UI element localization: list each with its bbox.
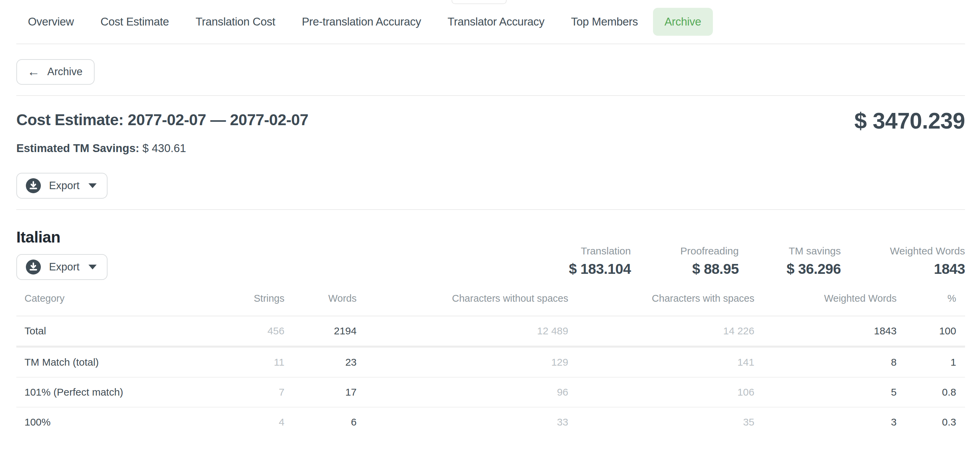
tab-translation-cost[interactable]: Translation Cost xyxy=(184,8,287,36)
language-title: Italian xyxy=(16,228,965,247)
stat-label: TM savings xyxy=(739,245,841,257)
stat-label: Weighted Words xyxy=(841,245,965,257)
cell-chars-without-spaces: 12 489 xyxy=(356,316,568,347)
tab-pre-translation-accuracy[interactable]: Pre-translation Accuracy xyxy=(290,8,433,36)
download-icon xyxy=(26,260,41,274)
language-stats: Translation $ 183.104 Proofreading $ 88.… xyxy=(522,245,965,277)
language-section: Italian Translation $ 183.104 Proofreadi… xyxy=(16,210,965,280)
total-cost-amount: $ 3470.239 xyxy=(854,109,965,132)
cell-percent: 100 xyxy=(897,316,965,347)
caret-down-icon xyxy=(89,265,97,270)
export-language-button[interactable]: Export xyxy=(16,254,108,280)
cell-words: 23 xyxy=(285,347,356,377)
tm-savings-line: Estimated TM Savings: $ 430.61 xyxy=(16,141,965,156)
cell-chars-with-spaces: 141 xyxy=(568,347,754,377)
cell-weighted-words: 8 xyxy=(754,347,897,377)
divider xyxy=(16,95,965,96)
table-row: 101% (Perfect match) 7 17 96 106 5 0.8 xyxy=(16,377,965,407)
cell-weighted-words: 3 xyxy=(754,407,897,437)
column-header-category: Category xyxy=(16,293,221,316)
cell-weighted-words: 5 xyxy=(754,377,897,407)
stat-value: $ 88.95 xyxy=(631,261,739,277)
tab-cost-estimate[interactable]: Cost Estimate xyxy=(89,8,181,36)
column-header-percent: % xyxy=(897,293,965,316)
report-tabs: Overview Cost Estimate Translation Cost … xyxy=(16,0,965,44)
tm-savings-label: Estimated TM Savings: xyxy=(16,142,139,154)
stat-label: Proofreading xyxy=(631,245,739,257)
cell-strings: 11 xyxy=(221,347,285,377)
tab-archive[interactable]: Archive xyxy=(653,8,713,36)
column-header-words: Words xyxy=(285,293,356,316)
tab-translator-accuracy[interactable]: Translator Accuracy xyxy=(436,8,556,36)
stat-value: $ 36.296 xyxy=(739,261,841,277)
caret-down-icon xyxy=(89,183,97,188)
tab-top-members[interactable]: Top Members xyxy=(559,8,649,36)
column-header-strings: Strings xyxy=(221,293,285,316)
page-title: Cost Estimate: 2077-02-07 — 2077-02-07 xyxy=(16,109,308,130)
cell-percent: 0.8 xyxy=(897,377,965,407)
cell-category: 101% (Perfect match) xyxy=(16,377,221,407)
arrow-left-icon: ← xyxy=(27,65,40,78)
table-row: 100% 4 6 33 35 3 0.3 xyxy=(16,407,965,437)
cell-chars-without-spaces: 129 xyxy=(356,347,568,377)
cell-words: 17 xyxy=(285,377,356,407)
stat-tm-savings: TM savings $ 36.296 xyxy=(739,245,841,277)
cell-strings: 7 xyxy=(221,377,285,407)
table-header-row: Category Strings Words Characters withou… xyxy=(16,293,965,316)
cell-percent: 0.3 xyxy=(897,407,965,437)
column-header-chars-with-spaces: Characters with spaces xyxy=(568,293,754,316)
cell-chars-with-spaces: 35 xyxy=(568,407,754,437)
stat-value: $ 183.104 xyxy=(522,261,631,277)
export-language-label: Export xyxy=(49,261,80,273)
stat-weighted-words: Weighted Words 1843 xyxy=(841,245,965,277)
cell-chars-with-spaces: 14 226 xyxy=(568,316,754,347)
cell-chars-with-spaces: 106 xyxy=(568,377,754,407)
cell-chars-without-spaces: 96 xyxy=(356,377,568,407)
cost-breakdown-table: Category Strings Words Characters withou… xyxy=(16,293,965,437)
cell-category: 100% xyxy=(16,407,221,437)
cell-category: TM Match (total) xyxy=(16,347,221,377)
cell-weighted-words: 1843 xyxy=(754,316,897,347)
report-content: ← Archive Cost Estimate: 2077-02-07 — 20… xyxy=(16,44,965,437)
stat-value: 1843 xyxy=(841,261,965,277)
column-header-weighted-words: Weighted Words xyxy=(754,293,897,316)
download-icon xyxy=(26,178,41,193)
tab-overview[interactable]: Overview xyxy=(16,8,86,36)
tm-savings-value: $ 430.61 xyxy=(142,142,186,154)
summary-row: Cost Estimate: 2077-02-07 — 2077-02-07 $… xyxy=(16,109,965,132)
cell-words: 6 xyxy=(285,407,356,437)
column-header-chars-without-spaces: Characters without spaces xyxy=(356,293,568,316)
stat-proofreading: Proofreading $ 88.95 xyxy=(631,245,739,277)
stat-translation: Translation $ 183.104 xyxy=(522,245,631,277)
cell-percent: 1 xyxy=(897,347,965,377)
back-to-archive-label: Archive xyxy=(47,66,82,78)
table-row: TM Match (total) 11 23 129 141 8 1 xyxy=(16,347,965,377)
cell-chars-without-spaces: 33 xyxy=(356,407,568,437)
cell-category: Total xyxy=(16,316,221,347)
cell-words: 2194 xyxy=(285,316,356,347)
export-report-button[interactable]: Export xyxy=(16,173,108,199)
cell-strings: 4 xyxy=(221,407,285,437)
stat-label: Translation xyxy=(522,245,631,257)
back-to-archive-button[interactable]: ← Archive xyxy=(16,59,95,85)
table-row: Total 456 2194 12 489 14 226 1843 100 xyxy=(16,316,965,347)
popover-fragment xyxy=(452,0,507,4)
export-report-label: Export xyxy=(49,179,80,192)
cell-strings: 456 xyxy=(221,316,285,347)
